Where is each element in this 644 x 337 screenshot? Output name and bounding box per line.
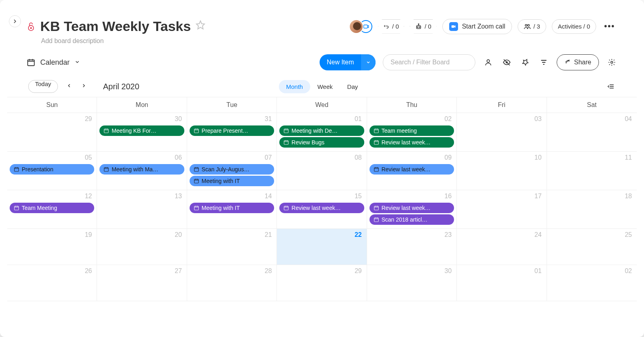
- calendar-day-cell[interactable]: 12Team Meeting: [7, 190, 97, 229]
- more-menu-button[interactable]: •••: [602, 22, 617, 31]
- integrations-button[interactable]: / 0: [378, 19, 404, 34]
- view-name[interactable]: Calendar: [40, 58, 70, 67]
- view-day-tab[interactable]: Day: [340, 80, 365, 93]
- calendar-event[interactable]: Prepare Present…: [190, 125, 274, 136]
- calendar-event[interactable]: Team Meeting: [10, 203, 94, 213]
- next-month-button[interactable]: [81, 83, 86, 90]
- calendar-day-cell[interactable]: 13: [97, 190, 187, 229]
- event-label: Prepare Present…: [202, 127, 248, 134]
- board-description[interactable]: Add board description: [41, 37, 617, 45]
- svg-point-7: [418, 24, 419, 25]
- view-dropdown-icon[interactable]: [74, 58, 80, 67]
- sort-icon[interactable]: [538, 57, 549, 68]
- new-item-button[interactable]: New Item: [320, 54, 376, 70]
- automations-button[interactable]: / 0: [410, 19, 437, 34]
- calendar-event[interactable]: Review last week…: [369, 203, 454, 213]
- calendar-day-cell[interactable]: 30: [367, 265, 457, 301]
- day-number: 03: [459, 115, 544, 124]
- day-number: 21: [190, 230, 274, 240]
- calendar-day-cell[interactable]: 30Meeting KB For…: [97, 113, 187, 152]
- pin-icon[interactable]: [520, 57, 531, 68]
- favorite-star-icon[interactable]: [196, 20, 205, 33]
- activities-button[interactable]: Activities / 0: [552, 19, 596, 34]
- calendar-day-cell[interactable]: 01: [457, 265, 547, 301]
- share-button[interactable]: Share: [557, 54, 599, 70]
- calendar-day-cell[interactable]: 03: [457, 113, 547, 152]
- start-zoom-button[interactable]: Start Zoom call: [442, 19, 512, 34]
- calendar-day-cell[interactable]: 01Meeting with De…Review Bugs: [277, 113, 367, 152]
- hide-icon[interactable]: [501, 57, 512, 68]
- calendar-day-cell[interactable]: 27: [97, 265, 187, 301]
- calendar-event[interactable]: Team meeting: [369, 125, 454, 136]
- calendar-day-cell[interactable]: 19: [7, 229, 97, 265]
- calendar-event[interactable]: Meeting with IT: [190, 203, 274, 213]
- board-members-avatars[interactable]: [349, 19, 372, 34]
- calendar-day-cell[interactable]: 05Presentation: [7, 152, 97, 190]
- day-number: 05: [10, 153, 94, 163]
- calendar-day-cell[interactable]: 11: [547, 152, 637, 190]
- view-week-tab[interactable]: Week: [310, 80, 340, 93]
- calendar-event[interactable]: Scan July-Augus…: [190, 164, 274, 175]
- calendar-event[interactable]: Meeting with IT: [190, 176, 274, 186]
- calendar-event[interactable]: Review last week…: [369, 164, 454, 175]
- person-filter-icon[interactable]: [483, 57, 494, 68]
- calendar-day-cell[interactable]: 18: [547, 190, 637, 229]
- calendar-day-cell[interactable]: 24: [457, 229, 547, 265]
- day-number: 19: [10, 230, 94, 240]
- calendar-event[interactable]: Review last week…: [279, 203, 364, 213]
- view-month-tab[interactable]: Month: [279, 80, 310, 93]
- svg-rect-29: [104, 168, 109, 171]
- zoom-icon: [449, 22, 458, 31]
- svg-rect-8: [451, 25, 454, 28]
- calendar-day-cell[interactable]: 02Team meetingReview last week…: [367, 113, 457, 152]
- event-label: Scan July-Augus…: [202, 166, 250, 173]
- calendar-day-cell[interactable]: 08: [277, 152, 367, 190]
- calendar-day-cell[interactable]: 29: [277, 265, 367, 301]
- calendar-event[interactable]: Presentation: [10, 164, 94, 175]
- calendar-day-cell[interactable]: 04: [547, 113, 637, 152]
- calendar-day-cell[interactable]: 21: [187, 229, 277, 265]
- settings-gear-icon[interactable]: [606, 57, 617, 68]
- calendar-event[interactable]: Meeting KB For…: [99, 125, 184, 136]
- collapse-panel-icon[interactable]: [605, 81, 617, 92]
- calendar-day-cell[interactable]: 14Meeting with IT: [187, 190, 277, 229]
- event-label: Meeting KB For…: [111, 127, 156, 134]
- calendar-day-cell[interactable]: 09Review last week…: [367, 152, 457, 190]
- event-label: Meeting with De…: [291, 127, 337, 134]
- calendar-day-cell[interactable]: 02: [547, 265, 637, 301]
- calendar-day-cell[interactable]: 23: [367, 229, 457, 265]
- svg-rect-36: [374, 206, 378, 210]
- members-button[interactable]: / 3: [518, 19, 546, 34]
- calendar-day-cell[interactable]: 29: [7, 113, 97, 152]
- calendar-day-cell[interactable]: 16Review last week…Scan 2018 articl…: [367, 190, 457, 229]
- event-label: Review Bugs: [291, 139, 324, 146]
- today-button[interactable]: Today: [28, 80, 58, 93]
- calendar-day-cell[interactable]: 22: [277, 229, 367, 265]
- search-input[interactable]: Search / Filter Board: [383, 54, 475, 70]
- calendar-day-cell[interactable]: 28: [187, 265, 277, 301]
- calendar-event[interactable]: Meeting with Ma…: [99, 164, 184, 175]
- prev-month-button[interactable]: [67, 83, 72, 90]
- activities-label: Activities / 0: [558, 23, 590, 30]
- calendar-day-cell[interactable]: 07Scan July-Augus…Meeting with IT: [187, 152, 277, 190]
- calendar-day-cell[interactable]: 25: [547, 229, 637, 265]
- new-item-dropdown-icon[interactable]: [361, 54, 376, 70]
- calendar-event[interactable]: Review Bugs: [279, 137, 364, 148]
- expand-sidebar-button[interactable]: [9, 15, 21, 27]
- calendar-day-cell[interactable]: 06Meeting with Ma…: [97, 152, 187, 190]
- calendar-day-cell[interactable]: 26: [7, 265, 97, 301]
- svg-rect-37: [374, 218, 378, 222]
- calendar-day-cell[interactable]: 20: [97, 229, 187, 265]
- calendar-day-cell[interactable]: 15Review last week…: [277, 190, 367, 229]
- calendar-event[interactable]: Review last week…: [369, 137, 454, 148]
- board-title[interactable]: KB Team Weekly Tasks: [40, 18, 191, 34]
- calendar-day-cell[interactable]: 31Prepare Present…: [187, 113, 277, 152]
- calendar-event[interactable]: Meeting with De…: [279, 125, 364, 136]
- calendar-event[interactable]: Scan 2018 articl…: [369, 214, 454, 225]
- calendar-month-label: April 2020: [103, 82, 139, 91]
- day-number: 25: [549, 230, 634, 240]
- calendar-day-cell[interactable]: 10: [457, 152, 547, 190]
- calendar-day-cell[interactable]: 17: [457, 190, 547, 229]
- day-of-week-header: Tue: [187, 97, 277, 113]
- event-label: Review last week…: [382, 166, 431, 173]
